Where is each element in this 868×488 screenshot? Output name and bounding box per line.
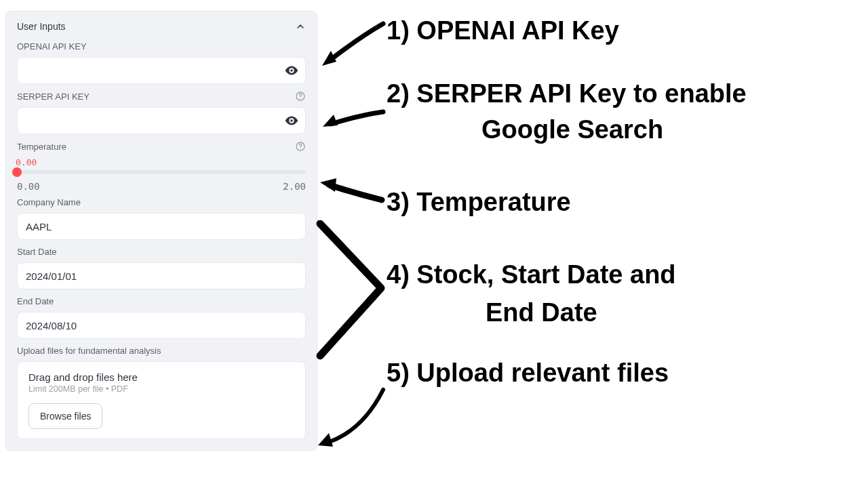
temperature-label: Temperature xyxy=(17,142,66,152)
browse-files-button[interactable]: Browse files xyxy=(28,403,102,429)
serper-key-input[interactable] xyxy=(17,107,306,134)
upload-label-row: Upload files for fundamental analysis xyxy=(17,346,306,356)
serper-key-label-row: SERPER API KEY xyxy=(17,91,306,102)
start-date-label: Start Date xyxy=(17,247,57,257)
temperature-value: 0.00 xyxy=(16,157,306,167)
arrow-icon xyxy=(315,383,390,458)
svg-marker-4 xyxy=(322,51,336,66)
chevron-up-icon xyxy=(295,21,306,32)
end-date-input[interactable] xyxy=(17,312,306,339)
annotation-2-line2: Google Search xyxy=(481,114,663,146)
eye-icon[interactable] xyxy=(284,63,299,78)
temperature-min: 0.00 xyxy=(17,181,40,192)
eye-icon[interactable] xyxy=(284,113,299,128)
drop-text: Drag and drop files here xyxy=(28,371,294,383)
annotation-4-line1: 4) Stock, Start Date and xyxy=(387,259,676,291)
start-date-input[interactable] xyxy=(17,262,306,289)
limit-text: Limit 200MB per file • PDF xyxy=(28,384,294,394)
openai-key-label-row: OPENAI API KEY xyxy=(17,41,306,52)
svg-marker-6 xyxy=(320,178,336,192)
svg-marker-7 xyxy=(318,433,333,447)
upload-label: Upload files for fundamental analysis xyxy=(17,346,161,356)
temperature-label-row: Temperature xyxy=(17,141,306,152)
serper-key-label: SERPER API KEY xyxy=(17,92,90,102)
arrow-icon xyxy=(319,17,387,71)
arrow-icon xyxy=(319,98,387,139)
end-date-label: End Date xyxy=(17,296,54,306)
company-label: Company Name xyxy=(17,197,81,207)
annotation-5: 5) Upload relevant files xyxy=(387,357,669,390)
annotation-4-line2: End Date xyxy=(486,297,597,329)
annotation-2-line1: 2) SERPER API Key to enable xyxy=(387,78,747,110)
file-upload-dropzone[interactable]: Drag and drop files here Limit 200MB per… xyxy=(17,361,306,439)
start-date-label-row: Start Date xyxy=(17,247,306,257)
help-icon[interactable] xyxy=(295,141,306,152)
arrow-icon xyxy=(317,173,385,214)
user-inputs-panel: User Inputs OPENAI API KEY SERPER API KE… xyxy=(5,11,317,451)
openai-key-input[interactable] xyxy=(17,57,306,84)
annotation-1: 1) OPENAI API Key xyxy=(387,15,619,47)
user-inputs-header[interactable]: User Inputs xyxy=(17,21,306,32)
openai-key-label: OPENAI API KEY xyxy=(17,41,87,52)
company-input[interactable] xyxy=(17,213,306,240)
end-date-label-row: End Date xyxy=(17,296,306,306)
help-icon[interactable] xyxy=(295,91,306,102)
svg-point-1 xyxy=(300,98,300,99)
user-inputs-title: User Inputs xyxy=(17,21,66,32)
slider-thumb-icon[interactable] xyxy=(12,167,22,177)
arrow-icon xyxy=(312,220,387,363)
annotation-3: 3) Temperature xyxy=(387,186,571,219)
svg-point-3 xyxy=(300,148,300,149)
company-label-row: Company Name xyxy=(17,197,306,207)
temperature-slider[interactable] xyxy=(17,170,306,174)
temperature-max: 2.00 xyxy=(283,181,306,192)
svg-marker-5 xyxy=(323,115,338,127)
